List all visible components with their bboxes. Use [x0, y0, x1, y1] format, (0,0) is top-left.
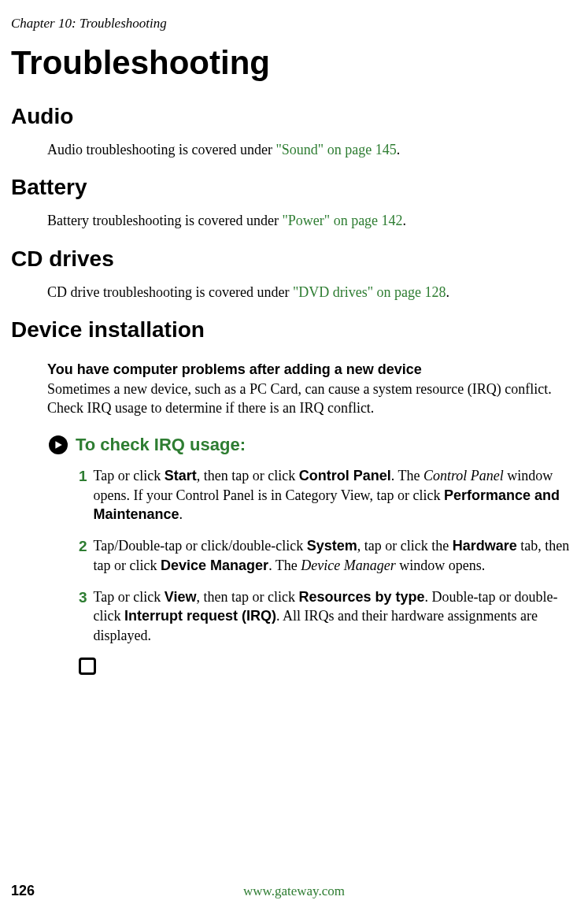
text: , tap or click the — [357, 538, 453, 554]
text: . The — [268, 558, 301, 573]
bold-text: View — [165, 589, 197, 605]
text: Tap or click — [94, 468, 165, 483]
italic-text: Control Panel — [423, 468, 504, 483]
procedure-title: To check IRQ usage: — [76, 435, 246, 455]
text: , then tap or click — [196, 589, 298, 605]
section-battery-heading: Battery — [0, 175, 588, 200]
bold-text: Hardware — [453, 538, 517, 554]
step-2: 2 Tap/Double-tap or click/double-click S… — [0, 536, 588, 575]
step-1: 1 Tap or click Start, then tap or click … — [0, 466, 588, 524]
bold-text: Control Panel — [299, 468, 391, 483]
bold-text: Device Manager — [161, 558, 268, 573]
text: window opens. — [396, 558, 486, 573]
cd-text-pre: CD drive troubleshooting is covered unde… — [47, 284, 293, 300]
battery-text: Battery troubleshooting is covered under… — [0, 211, 588, 230]
step-number: 1 — [79, 466, 87, 524]
page-title: Troubleshooting — [0, 44, 588, 82]
device-desc: Sometimes a new device, such as a PC Car… — [0, 380, 588, 418]
step-body: Tap/Double-tap or click/double-click Sys… — [94, 536, 572, 575]
text: Tap or click — [94, 589, 165, 605]
svg-marker-0 — [55, 442, 61, 450]
stop-icon — [79, 658, 96, 675]
battery-link[interactable]: "Power" on page 142 — [282, 213, 402, 228]
audio-link[interactable]: "Sound" on page 145 — [276, 142, 396, 157]
audio-text-pre: Audio troubleshooting is covered under — [47, 142, 276, 157]
bold-text: Resources by type — [298, 589, 424, 605]
audio-text: Audio troubleshooting is covered under "… — [0, 140, 588, 159]
battery-text-pre: Battery troubleshooting is covered under — [47, 213, 282, 228]
italic-text: Device Manager — [301, 558, 395, 573]
text: . — [179, 506, 183, 522]
text: . The — [391, 468, 423, 483]
footer-url[interactable]: www.gateway.com — [243, 884, 345, 899]
page-footer: 126 www.gateway.com — [0, 883, 588, 899]
text: , then tap or click — [197, 468, 299, 483]
play-icon — [49, 435, 68, 454]
page-number: 126 — [11, 883, 35, 899]
bold-text: Interrupt request (IRQ) — [124, 608, 276, 624]
cd-text: CD drive troubleshooting is covered unde… — [0, 283, 588, 302]
cd-link[interactable]: "DVD drives" on page 128 — [293, 284, 446, 300]
section-device-heading: Device installation — [0, 317, 588, 343]
cd-text-post: . — [446, 284, 450, 300]
step-body: Tap or click Start, then tap or click Co… — [94, 466, 572, 524]
step-3: 3 Tap or click View, then tap or click R… — [0, 587, 588, 645]
section-cd-heading: CD drives — [0, 246, 588, 272]
step-number: 3 — [79, 587, 87, 645]
step-body: Tap or click View, then tap or click Res… — [94, 587, 572, 645]
audio-text-post: . — [397, 142, 401, 157]
procedure-header: To check IRQ usage: — [0, 435, 588, 455]
device-problem-heading: You have computer problems after adding … — [0, 361, 588, 378]
chapter-header: Chapter 10: Troubleshooting — [0, 16, 588, 31]
bold-text: Start — [165, 468, 197, 483]
section-audio-heading: Audio — [0, 104, 588, 129]
step-number: 2 — [79, 536, 87, 575]
battery-text-post: . — [403, 213, 407, 228]
text: Tap/Double-tap or click/double-click — [94, 538, 307, 554]
bold-text: System — [307, 538, 357, 554]
